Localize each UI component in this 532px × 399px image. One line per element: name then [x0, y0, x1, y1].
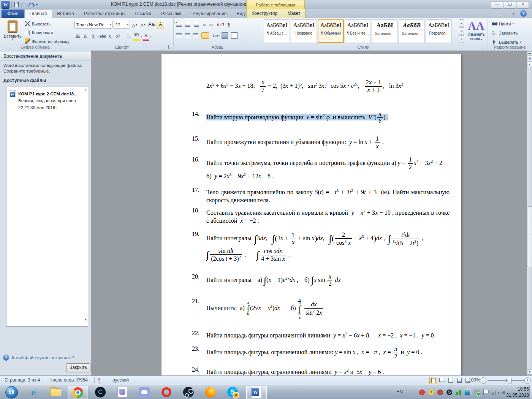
language-switcher[interactable]: EN [396, 389, 403, 394]
language-indicator[interactable]: русский [112, 377, 129, 383]
list-scroll-down-icon[interactable]: ▼ [84, 318, 87, 321]
clipboard-dialog-launcher[interactable] [66, 45, 70, 49]
zoom-slider-track[interactable] [488, 380, 526, 381]
usb-safely-remove-icon[interactable] [474, 390, 480, 395]
clear-formatting-button[interactable]: A [157, 21, 164, 28]
vertical-scrollbar[interactable]: ▬ ▤ ▲ ▼ [527, 51, 532, 375]
justify-icon[interactable] [201, 32, 209, 39]
underline-button[interactable]: Ч [90, 33, 97, 40]
subscript-button[interactable]: x₂ [107, 33, 114, 40]
ribbon-tab[interactable]: Разметка страницы [79, 10, 130, 18]
format-painter-button[interactable]: Формат по образцу [24, 38, 71, 44]
clock[interactable]: 10:56 31.05.2018 [506, 386, 529, 398]
collapse-ribbon-icon[interactable]: ▲ [510, 11, 517, 17]
taskbar-discord[interactable] [135, 386, 154, 399]
ribbon-tab[interactable]: Ссылки [130, 10, 156, 18]
reading-view-icon[interactable] [439, 377, 446, 383]
outline-view-icon[interactable] [456, 377, 463, 383]
replace-button[interactable]: abacЗаменить [491, 30, 522, 36]
network-activity-icon[interactable] [456, 390, 461, 395]
contextual-tab[interactable]: Конструктор [247, 9, 282, 17]
scroll-up-icon[interactable]: ▲ [527, 62, 532, 67]
decrease-indent-icon[interactable]: ◂≡ [203, 23, 206, 27]
action-center-flag-icon[interactable] [483, 390, 489, 395]
restore-button[interactable]: ❐ [504, 1, 516, 9]
steam-tray-icon[interactable] [446, 390, 452, 395]
start-button[interactable] [2, 386, 21, 399]
change-case-button[interactable]: Аа▾ [148, 21, 155, 28]
copy-button[interactable]: Копировать [24, 29, 71, 36]
volume-icon[interactable] [501, 391, 505, 394]
document-page[interactable]: 2x5 + 6x3 − 3x + 18; x7 − 2, (3x + 1)5, … [162, 54, 461, 375]
taskbar-theme-app[interactable] [112, 386, 132, 399]
bold-button[interactable]: Ж [74, 33, 81, 40]
redo-icon[interactable] [28, 3, 34, 7]
text-effects-button[interactable]: А [125, 33, 132, 40]
qat-customize-icon[interactable]: ▾ [36, 3, 38, 6]
show-desktop-button[interactable] [529, 385, 532, 399]
bullets-icon[interactable] [176, 23, 182, 27]
style-card[interactable]: АаБбВвІ Подзагол... [426, 19, 452, 43]
shading-icon[interactable] [222, 32, 228, 39]
font-name-combobox[interactable]: Times New Rc▾ [74, 21, 112, 28]
borders-icon[interactable] [231, 32, 238, 39]
multilevel-list-icon[interactable] [194, 23, 199, 27]
change-styles-button[interactable]: АА Изменить стили ▾ [465, 20, 488, 42]
split-handle-icon[interactable]: ▬ [527, 51, 532, 55]
cut-button[interactable]: Вырезать [24, 21, 71, 27]
scroll-down-icon[interactable]: ▼ [527, 369, 532, 375]
ribbon-tab[interactable]: Вставка [52, 10, 79, 18]
font-size-combobox[interactable]: 12▾ [114, 21, 130, 28]
zoom-in-button[interactable]: + [524, 377, 531, 384]
shrink-font-button[interactable]: А▼ [140, 21, 147, 28]
style-card[interactable]: АаБбВвІ ¶ Абзац с... [264, 19, 290, 43]
zoom-out-button[interactable]: − [480, 377, 486, 384]
list-scroll-up-icon[interactable]: ▲ [84, 88, 87, 91]
styles-scroll-down-icon[interactable]: ▼ [459, 27, 464, 35]
taskbar-file-explorer[interactable] [46, 386, 65, 399]
align-right-icon[interactable] [193, 33, 198, 38]
ribbon-tab[interactable]: Главная [24, 9, 52, 18]
antivirus-icon[interactable] [437, 390, 443, 395]
taskbar-iobit[interactable]: C [90, 386, 110, 399]
paste-button[interactable]: Вставить ▾ [4, 20, 21, 44]
undo-icon[interactable] [21, 3, 27, 7]
tab-file[interactable]: Файл [2, 10, 24, 18]
dual-window-icon[interactable] [465, 390, 470, 395]
align-center-icon[interactable] [185, 33, 190, 38]
save-icon[interactable] [14, 2, 19, 7]
numbering-icon[interactable] [185, 23, 190, 27]
zoom-slider-thumb[interactable] [508, 378, 512, 383]
page-indicator[interactable]: Страница: 3 из 4 [5, 377, 40, 383]
which-file-to-save-link[interactable]: ? Какой файл нужно сохранить? [3, 355, 74, 361]
taskbar-word[interactable] [246, 386, 267, 399]
word-logo-icon[interactable]: W [2, 1, 10, 9]
ribbon-tab[interactable]: Рассылки [156, 10, 187, 18]
highlight-dropdown[interactable]: ▾ [141, 35, 142, 38]
styles-scroll-up-icon[interactable]: ▲ [459, 19, 464, 27]
select-button[interactable]: Выделить▾ [491, 39, 522, 45]
taskbar-steam[interactable] [179, 386, 198, 399]
contextual-tab[interactable]: Макет [282, 9, 305, 17]
print-layout-view-icon[interactable] [429, 377, 437, 384]
style-card[interactable]: АаБбВвІ ¶ Без инте... [345, 19, 371, 43]
paragraph-dialog-launcher[interactable] [257, 45, 261, 49]
zoom-level[interactable]: 100% [469, 377, 480, 383]
taskbar-chrome[interactable] [68, 386, 88, 399]
superscript-button[interactable]: x² [115, 33, 122, 40]
web-layout-view-icon[interactable] [447, 377, 454, 383]
style-card[interactable]: АаБбВвІ Название [291, 19, 317, 43]
taskbar-opera[interactable] [157, 386, 176, 399]
font-color-dropdown[interactable]: ▾ [150, 35, 152, 38]
coin-badge-icon[interactable]: 3 [428, 390, 434, 395]
find-button[interactable]: Найти▾ [491, 21, 522, 27]
font-color-button[interactable]: А [142, 33, 149, 41]
minimize-button[interactable]: — [491, 1, 503, 9]
sort-icon[interactable]: А↓Я [217, 23, 224, 27]
styles-more-icon[interactable]: ▼ [459, 35, 464, 43]
highlight-color-button[interactable]: ab [133, 32, 140, 41]
line-spacing-icon[interactable]: ⇕≡▾ [212, 34, 218, 38]
align-left-icon[interactable] [176, 33, 182, 38]
close-button[interactable]: ✕ [517, 1, 529, 9]
close-recovery-button[interactable]: Закрыть [66, 363, 90, 372]
